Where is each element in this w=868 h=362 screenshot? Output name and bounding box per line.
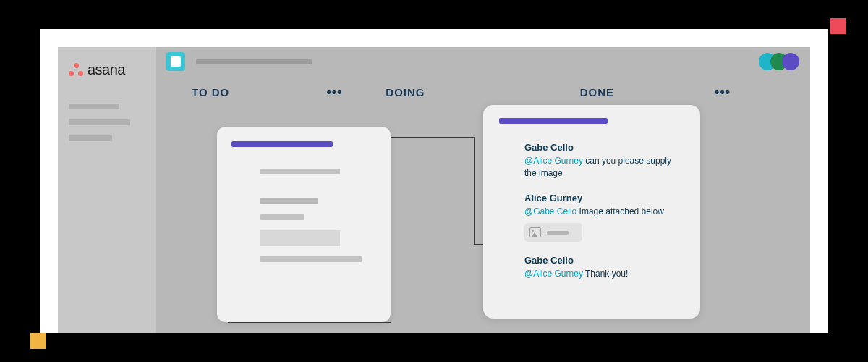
comment-author: Alice Gurney: [524, 193, 684, 203]
comment-body: @Alice Gurney can you please supply the …: [524, 155, 684, 180]
placeholder-line: [260, 256, 362, 262]
comment-body: @Alice Gurney Thank you!: [524, 268, 684, 280]
comment-body: @Gabe Cello Image attached below: [524, 206, 684, 218]
member-avatars[interactable]: [765, 53, 799, 70]
comment: Alice Gurney @Gabe Cello Image attached …: [524, 193, 684, 243]
decorative-square-red: [830, 18, 846, 34]
project-title-placeholder: [196, 59, 312, 64]
project-icon[interactable]: [166, 52, 185, 71]
brand-name: asana: [88, 62, 125, 78]
connector-line: [391, 137, 391, 322]
connector-line: [391, 137, 474, 138]
mention[interactable]: @Gabe Cello: [524, 206, 576, 216]
comment-author: Gabe Cello: [524, 255, 684, 266]
column-menu-icon[interactable]: •••: [715, 85, 731, 100]
task-card[interactable]: [217, 127, 391, 322]
sidebar-item[interactable]: [69, 135, 112, 141]
column-title: TO DO: [192, 86, 229, 98]
column-done: DONE •••: [580, 85, 774, 100]
placeholder-block: [260, 230, 340, 246]
app-frame: asana TO DO •••: [40, 29, 828, 333]
comment-text: Image attached below: [576, 206, 664, 216]
board-columns: TO DO ••• DOING DONE •••: [156, 76, 810, 109]
task-title-placeholder: [231, 141, 333, 147]
decorative-square-yellow: [30, 333, 46, 349]
topbar: [156, 47, 810, 76]
placeholder-line: [260, 169, 340, 174]
connector-line: [228, 322, 391, 323]
asana-logo-icon: [69, 63, 83, 77]
sidebar: asana: [58, 47, 156, 333]
comment-text: Thank you!: [583, 269, 628, 279]
connector-line: [474, 244, 483, 245]
column-title: DONE: [580, 86, 614, 98]
task-title-placeholder: [499, 118, 608, 124]
task-detail-card: Gabe Cello @Alice Gurney can you please …: [483, 105, 700, 319]
connector-line: [474, 137, 475, 244]
avatar[interactable]: [782, 53, 799, 70]
sidebar-item[interactable]: [69, 119, 130, 125]
attachment-name-placeholder: [547, 231, 569, 235]
column-title: DOING: [386, 86, 425, 98]
attachment-chip[interactable]: [524, 223, 582, 242]
mention[interactable]: @Alice Gurney: [524, 156, 583, 166]
mention[interactable]: @Alice Gurney: [524, 269, 583, 279]
asana-app: asana TO DO •••: [58, 47, 810, 333]
main-area: TO DO ••• DOING DONE •••: [156, 47, 810, 333]
column-todo: TO DO •••: [192, 85, 386, 100]
comment-author: Gabe Cello: [524, 142, 684, 153]
column-menu-icon[interactable]: •••: [326, 85, 342, 100]
column-doing: DOING: [386, 86, 579, 98]
image-icon: [529, 227, 541, 237]
placeholder-line: [260, 198, 318, 204]
comment: Gabe Cello @Alice Gurney Thank you!: [524, 255, 684, 280]
placeholder-line: [260, 214, 304, 220]
logo[interactable]: asana: [69, 62, 145, 78]
sidebar-item[interactable]: [69, 104, 119, 109]
comment: Gabe Cello @Alice Gurney can you please …: [524, 142, 684, 180]
